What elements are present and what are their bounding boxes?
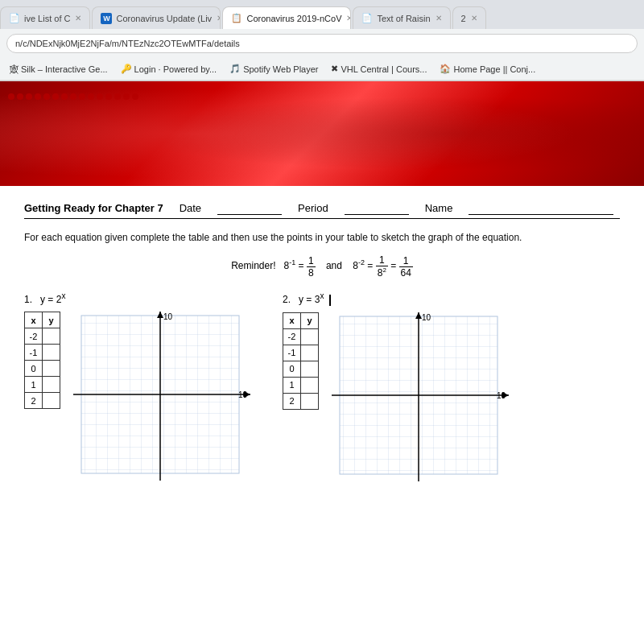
p2-row4-y [301, 377, 319, 393]
name-field [469, 202, 613, 215]
bookmark-login-label: Login · Powered by... [134, 64, 217, 74]
date-label: Date [180, 202, 201, 214]
p2-row3-y [301, 361, 319, 377]
equations-row: 1. y = 2x x y -2 [24, 291, 620, 481]
tab-bar: 📄 ive List of C ✕ W Coronavirus Update (… [0, 0, 644, 29]
bookmark-login[interactable]: 🔑 Login · Powered by... [118, 62, 221, 76]
p1-row1-x: -2 [25, 328, 43, 345]
bookmark-spotify-label: Spotify Web Player [243, 64, 318, 74]
bookmarks-bar: 🕸 Silk – Interactive Ge... 🔑 Login · Pow… [0, 58, 644, 80]
tab-3-icon: 📋 [231, 13, 242, 24]
svg-marker-10 [415, 312, 422, 319]
worksheet-title: Getting Ready for Chapter 7 Date Period … [24, 202, 620, 219]
browser-chrome: 📄 ive List of C ✕ W Coronavirus Update (… [0, 0, 644, 81]
tab-1[interactable]: 📄 ive List of C ✕ [0, 6, 90, 29]
p1-row3-x: 0 [25, 361, 43, 377]
problem-2: 2. y = 3x x y [283, 291, 509, 481]
p1-row1-y [43, 328, 60, 345]
address-bar-row: n/c/NDExNjk0MjE2NjFa/m/NTEzNzc2OTEwMTFa/… [0, 29, 644, 58]
tab-2-icon: W [101, 13, 112, 24]
bookmark-spotify-icon: 🎵 [229, 64, 241, 74]
problem-1: 1. y = 2x x y -2 [24, 291, 250, 481]
text-cursor [329, 295, 331, 306]
svg-text:10: 10 [238, 390, 248, 399]
problem-2-svg: 10 10 [332, 312, 509, 481]
tab-3-close[interactable]: ✕ [346, 14, 351, 23]
tab-1-icon: 📄 [9, 13, 20, 24]
p2-y-header: y [301, 312, 319, 328]
worksheet: Getting Ready for Chapter 7 Date Period … [0, 186, 644, 644]
p2-row2-y [301, 345, 319, 361]
problem-1-label: 1. y = 2x [24, 291, 250, 305]
p2-row1-y [301, 328, 319, 345]
table-row: -2 [283, 328, 319, 345]
problem-2-table: x y -2 -1 [283, 312, 319, 410]
p2-x-header: x [283, 312, 301, 328]
tab-5-label: 2 [461, 14, 466, 23]
p2-row4-x: 1 [283, 377, 301, 393]
banner-dots [0, 89, 644, 104]
problem-1-graph: 10 10 [73, 312, 250, 481]
problem-2-label: 2. y = 3x [283, 291, 509, 306]
bookmark-vhl[interactable]: ✖ VHL Central | Cours... [328, 62, 430, 76]
table-row: 1 [283, 377, 319, 393]
tab-1-label: ive List of C [24, 14, 70, 23]
period-field [345, 202, 409, 215]
p1-row5-y [43, 393, 60, 409]
svg-marker-3 [157, 312, 163, 318]
p2-row1-x: -2 [283, 328, 301, 345]
bookmark-home[interactable]: 🏠 Home Page || Conj... [436, 62, 539, 76]
bookmark-login-icon: 🔑 [121, 64, 132, 74]
bookmark-vhl-label: VHL Central | Cours... [341, 64, 427, 74]
p1-row2-y [43, 345, 60, 361]
table-row: 2 [25, 393, 60, 409]
address-text: n/c/NDExNjk0MjE2NjFa/m/NTEzNzc2OTEwMTFa/… [15, 39, 240, 48]
instructions: For each equation given complete the tab… [24, 230, 620, 245]
tab-2-close[interactable]: ✕ [217, 14, 221, 23]
tab-4-icon: 📄 [361, 13, 373, 24]
tab-2-label: Coronavirus Update (Liv [116, 14, 212, 23]
tab-1-close[interactable]: ✕ [75, 14, 81, 23]
table-row: 1 [25, 377, 60, 393]
p2-row5-y [301, 393, 319, 409]
p1-row3-y [43, 361, 60, 377]
chapter-title: Getting Ready for Chapter 7 [24, 202, 163, 214]
period-label: Period [298, 202, 328, 214]
tab-4[interactable]: 📄 Text of Raisin ✕ [353, 6, 450, 29]
name-label: Name [425, 202, 453, 214]
table-row: -1 [25, 345, 60, 361]
table-row: 2 [283, 393, 319, 409]
tab-4-close[interactable]: ✕ [436, 14, 442, 23]
p1-row5-x: 2 [25, 393, 43, 409]
table-row: -2 [25, 328, 60, 345]
tab-2[interactable]: W Coronavirus Update (Liv ✕ [92, 6, 221, 29]
tab-4-label: Text of Raisin [377, 14, 430, 23]
problem-1-svg: 10 10 [73, 312, 250, 481]
table-row: 0 [283, 361, 319, 377]
svg-text:10: 10 [422, 313, 431, 322]
bookmark-home-label: Home Page || Conj... [453, 64, 535, 74]
svg-text:10: 10 [163, 312, 173, 321]
table-row: -1 [283, 345, 319, 361]
bookmark-home-icon: 🏠 [440, 64, 451, 74]
address-bar[interactable]: n/c/NDExNjk0MjE2NjFa/m/NTEzNzc2OTEwMTFa/… [6, 34, 638, 53]
banner [0, 81, 644, 186]
bookmark-silk-label: Silk – Interactive Ge... [21, 64, 108, 74]
svg-text:10: 10 [497, 391, 506, 400]
p2-row2-x: -1 [283, 345, 301, 361]
tab-5[interactable]: 2 ✕ [452, 6, 486, 29]
bookmark-spotify[interactable]: 🎵 Spotify Web Player [226, 62, 321, 76]
problem-1-table: x y -2 -1 [24, 312, 60, 409]
tab-5-close[interactable]: ✕ [471, 14, 477, 23]
p1-y-header: y [43, 312, 60, 328]
reminder: Reminder! 8-1 = 18 and 8-2 = 182 = 164 [24, 254, 620, 279]
bookmark-silk[interactable]: 🕸 Silk – Interactive Ge... [6, 63, 111, 76]
tab-3[interactable]: 📋 Coronavirus 2019-nCoV ✕ [222, 6, 351, 29]
table-row: 0 [25, 361, 60, 377]
p1-row4-y [43, 377, 60, 393]
p1-row2-x: -1 [25, 345, 43, 361]
tab-3-label: Coronavirus 2019-nCoV [246, 14, 341, 23]
p1-x-header: x [25, 312, 43, 328]
p1-row4-x: 1 [25, 377, 43, 393]
p2-row5-x: 2 [283, 393, 301, 409]
